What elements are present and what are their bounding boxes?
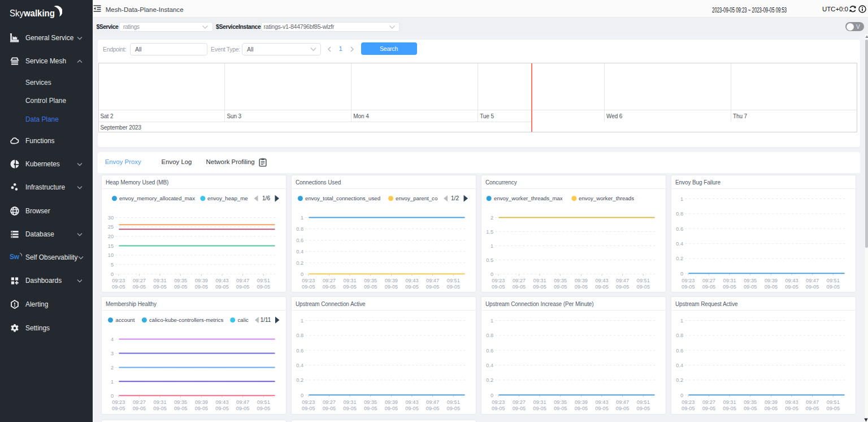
- svg-text:09:27: 09:27: [513, 399, 526, 405]
- svg-text:09:27: 09:27: [133, 278, 146, 283]
- svg-text:09-05: 09-05: [447, 284, 461, 290]
- svg-text:09-05: 09-05: [765, 405, 778, 411]
- svg-text:09:51: 09:51: [257, 278, 270, 283]
- svg-text:0.2: 0.2: [676, 256, 683, 261]
- svg-text:09:39: 09:39: [575, 399, 588, 405]
- svg-text:09-05: 09-05: [426, 405, 440, 411]
- svg-text:09-05: 09-05: [785, 284, 798, 290]
- svg-text:09-05: 09-05: [533, 405, 546, 411]
- svg-text:09-05: 09-05: [533, 284, 546, 290]
- svg-text:0: 0: [301, 272, 303, 277]
- svg-text:09:39: 09:39: [385, 278, 398, 283]
- svg-text:09:23: 09:23: [302, 278, 315, 283]
- svg-text:09:23: 09:23: [492, 278, 505, 283]
- svg-text:09:23: 09:23: [112, 399, 125, 405]
- svg-text:0.5: 0.5: [486, 257, 493, 263]
- svg-text:09:35: 09:35: [364, 278, 377, 283]
- svg-text:09:39: 09:39: [765, 399, 778, 405]
- svg-text:09-05: 09-05: [174, 405, 188, 411]
- svg-text:1.5: 1.5: [486, 229, 493, 235]
- svg-text:0: 0: [491, 392, 493, 398]
- svg-text:09:35: 09:35: [744, 278, 757, 283]
- svg-text:1: 1: [111, 378, 114, 384]
- svg-text:09:47: 09:47: [426, 278, 439, 283]
- svg-text:09:35: 09:35: [174, 399, 187, 405]
- svg-text:09:23: 09:23: [682, 399, 695, 405]
- svg-text:09-05: 09-05: [616, 405, 630, 411]
- svg-text:09-05: 09-05: [595, 405, 609, 411]
- svg-text:09-05: 09-05: [257, 284, 271, 290]
- svg-text:09:27: 09:27: [323, 278, 336, 283]
- svg-text:09:47: 09:47: [806, 399, 819, 405]
- svg-text:09-05: 09-05: [323, 405, 336, 411]
- svg-text:09:27: 09:27: [702, 278, 715, 283]
- svg-text:09-05: 09-05: [575, 405, 588, 411]
- svg-text:5: 5: [111, 262, 114, 268]
- svg-text:09-05: 09-05: [195, 405, 209, 411]
- svg-text:10: 10: [108, 252, 114, 258]
- svg-text:0.8: 0.8: [676, 211, 683, 217]
- svg-text:0.2: 0.2: [676, 377, 683, 383]
- svg-text:1: 1: [680, 196, 683, 202]
- svg-text:account: account: [116, 317, 135, 323]
- svg-text:09:51: 09:51: [827, 399, 840, 405]
- svg-text:09-05: 09-05: [385, 284, 398, 290]
- svg-text:3: 3: [111, 350, 114, 356]
- svg-text:09-05: 09-05: [343, 284, 357, 290]
- svg-text:09:23: 09:23: [492, 399, 505, 405]
- svg-text:09:47: 09:47: [236, 399, 249, 405]
- svg-text:0.8: 0.8: [676, 333, 683, 338]
- svg-text:09-05: 09-05: [364, 405, 377, 411]
- svg-text:0.4: 0.4: [296, 249, 303, 255]
- svg-text:envoy_total_connections_used: envoy_total_connections_used: [305, 195, 380, 201]
- svg-text:09:23: 09:23: [682, 278, 695, 283]
- svg-text:09-05: 09-05: [343, 405, 357, 411]
- svg-text:0.8: 0.8: [296, 226, 303, 232]
- svg-text:09:51: 09:51: [637, 399, 650, 405]
- svg-text:0: 0: [301, 392, 303, 398]
- svg-text:09:51: 09:51: [637, 278, 650, 283]
- svg-text:09:51: 09:51: [447, 278, 460, 283]
- svg-text:09:31: 09:31: [154, 278, 167, 283]
- svg-text:09-05: 09-05: [806, 405, 819, 411]
- svg-text:09-05: 09-05: [385, 405, 398, 411]
- svg-text:09:43: 09:43: [406, 399, 419, 405]
- svg-text:0.2: 0.2: [486, 377, 493, 383]
- svg-text:1/2: 1/2: [451, 195, 459, 201]
- svg-text:09-05: 09-05: [133, 405, 146, 411]
- svg-text:0: 0: [111, 393, 114, 398]
- svg-text:1: 1: [301, 317, 303, 323]
- svg-text:09-05: 09-05: [492, 405, 505, 411]
- svg-text:0.4: 0.4: [676, 241, 683, 247]
- svg-text:09:31: 09:31: [723, 278, 736, 283]
- svg-text:09:47: 09:47: [236, 278, 249, 283]
- svg-text:09-05: 09-05: [302, 284, 315, 290]
- svg-text:0.2: 0.2: [296, 260, 303, 266]
- svg-text:1: 1: [491, 243, 493, 249]
- svg-text:09:23: 09:23: [112, 278, 125, 283]
- svg-text:09:43: 09:43: [216, 399, 229, 405]
- svg-text:09-05: 09-05: [195, 284, 209, 290]
- svg-text:09-05: 09-05: [236, 405, 250, 411]
- svg-text:09-05: 09-05: [405, 405, 419, 411]
- svg-text:09:39: 09:39: [195, 399, 208, 405]
- svg-text:09:43: 09:43: [785, 399, 798, 405]
- svg-text:09-05: 09-05: [682, 284, 695, 290]
- svg-text:09:39: 09:39: [575, 278, 588, 283]
- svg-text:09-05: 09-05: [112, 405, 125, 411]
- svg-text:2: 2: [491, 215, 493, 221]
- svg-text:09:31: 09:31: [344, 399, 357, 405]
- svg-text:09:27: 09:27: [702, 399, 715, 405]
- svg-text:09-05: 09-05: [637, 405, 650, 411]
- svg-text:09:43: 09:43: [785, 278, 798, 283]
- svg-text:09:51: 09:51: [257, 399, 270, 405]
- svg-text:0: 0: [680, 271, 683, 277]
- svg-text:09-05: 09-05: [702, 284, 716, 290]
- svg-text:09:43: 09:43: [406, 278, 419, 283]
- svg-text:0.4: 0.4: [676, 362, 683, 368]
- svg-text:0: 0: [111, 272, 114, 277]
- svg-text:09-05: 09-05: [426, 284, 440, 290]
- svg-text:09:35: 09:35: [364, 399, 377, 405]
- svg-text:envoy_memory_allocated_max: envoy_memory_allocated_max: [119, 195, 195, 201]
- svg-text:09-05: 09-05: [744, 284, 757, 290]
